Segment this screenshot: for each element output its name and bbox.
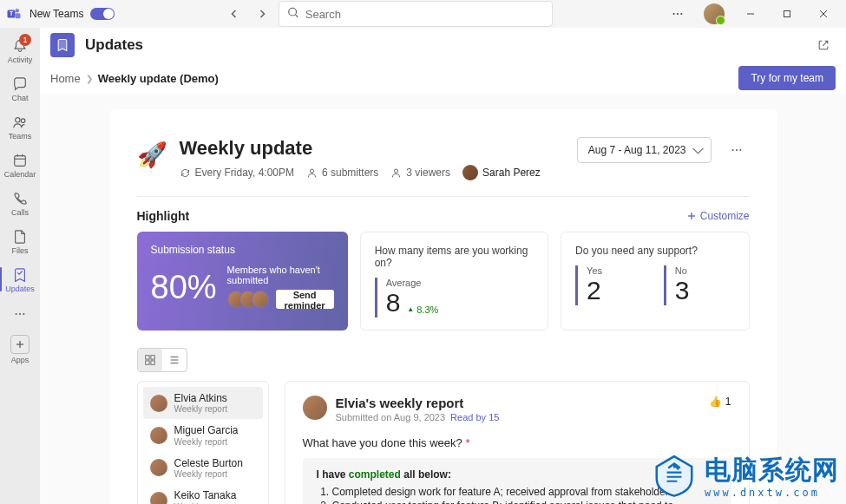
svg-point-21: [23, 313, 24, 315]
rail-chat[interactable]: Chat: [0, 69, 40, 108]
rail-files[interactable]: Files: [0, 222, 40, 260]
support-tile[interactable]: Do you need any support? Yes2 No3: [561, 232, 749, 331]
submitters-meta: 6 submitters: [306, 167, 378, 179]
answer-item: Completed design work for feature A; rec…: [332, 486, 718, 498]
svg-line-5: [295, 15, 298, 17]
updates-app-icon: [50, 33, 75, 57]
phone-icon: [11, 190, 29, 207]
title-bar: T New Teams: [0, 0, 846, 28]
rail-activity[interactable]: 1 Activity: [0, 31, 40, 69]
list-name: Elvia Atkins: [174, 392, 228, 404]
list-name: Celeste Burton: [174, 457, 243, 469]
breadcrumb-home[interactable]: Home: [50, 72, 81, 85]
viewers-meta: 3 viewers: [390, 167, 450, 179]
grid-view-icon[interactable]: [138, 349, 162, 371]
app-rail: 1 Activity Chat Teams Calendar Calls Fil…: [0, 28, 40, 504]
submission-percent: 80%: [151, 271, 217, 304]
list-name: Keiko Tanaka: [174, 489, 237, 501]
report-list-item[interactable]: Celeste BurtonWeekly report: [143, 452, 263, 484]
avg-delta: 8.3%: [407, 304, 438, 315]
close-icon[interactable]: [806, 0, 841, 28]
svg-point-28: [739, 149, 741, 151]
teams-logo-icon: T: [5, 5, 23, 23]
list-sub: Weekly report: [174, 437, 239, 447]
svg-point-26: [731, 149, 733, 151]
nav-back-icon[interactable]: [223, 3, 246, 25]
rail-apps[interactable]: [10, 335, 30, 354]
svg-point-6: [673, 13, 675, 15]
read-by-link[interactable]: Read by 15: [450, 412, 499, 422]
customize-link[interactable]: Customize: [686, 210, 750, 222]
svg-point-8: [680, 13, 682, 15]
reports-section: Elvia AtkinsWeekly reportMiguel GarciaWe…: [137, 381, 750, 504]
rail-calls[interactable]: Calls: [0, 184, 40, 222]
app-name: New Teams: [30, 8, 83, 20]
rail-label: Teams: [9, 132, 32, 141]
svg-point-27: [735, 149, 737, 151]
search-icon: [287, 7, 299, 22]
view-toggle: [137, 348, 187, 372]
yes-label: Yes: [587, 265, 646, 276]
send-reminder-button[interactable]: Send reminder: [276, 290, 334, 309]
svg-point-25: [395, 169, 398, 173]
submission-tile[interactable]: Submission status 80% Members who haven'…: [137, 232, 348, 331]
list-view-icon[interactable]: [162, 349, 187, 371]
page-more-icon[interactable]: [724, 137, 750, 163]
reaction[interactable]: 👍1: [709, 396, 731, 408]
try-for-team-button[interactable]: Try for my team: [738, 66, 836, 90]
svg-rect-15: [15, 155, 26, 166]
question-1: What have you done this week? *: [303, 436, 731, 449]
svg-point-14: [21, 118, 25, 122]
eye-icon: [390, 167, 402, 179]
support-question: Do you need any support?: [575, 245, 734, 257]
no-value: 3: [675, 276, 735, 305]
report-list-item[interactable]: Elvia AtkinsWeekly report: [143, 387, 263, 419]
report-avatar: [303, 396, 327, 420]
content-card: 🚀 Weekly update Every Friday, 4:00PM 6 s…: [109, 109, 777, 504]
svg-rect-34: [150, 361, 154, 364]
chat-icon: [11, 75, 29, 93]
report-list-item[interactable]: Keiko TanakaWeekly report: [143, 484, 263, 504]
breadcrumb-row: Home ❯ Weekly update (Demo) Try for my t…: [40, 62, 846, 94]
content-canvas: 🚀 Weekly update Every Friday, 4:00PM 6 s…: [40, 94, 846, 504]
svg-point-13: [16, 117, 20, 121]
rail-calendar[interactable]: Calendar: [0, 146, 40, 184]
maximize-icon[interactable]: [770, 0, 804, 28]
rail-updates[interactable]: Updates: [0, 260, 40, 298]
highlight-header: Highlight Customize: [137, 197, 750, 232]
rail-more-icon[interactable]: [0, 298, 40, 330]
rail-label: Updates: [5, 285, 35, 293]
app-title: Updates: [85, 36, 801, 54]
rail-label: Calls: [11, 208, 29, 217]
report-detail: Elvia's weekly report Submitted on Aug 9…: [285, 381, 750, 504]
rail-teams[interactable]: Teams: [0, 108, 40, 146]
more-icon[interactable]: [660, 0, 695, 28]
repeat-icon: [180, 167, 191, 179]
list-name: Miguel Garcia: [174, 424, 239, 436]
answer-1: I have completed all below: Completed de…: [303, 458, 731, 504]
search-input[interactable]: [279, 1, 553, 27]
report-list-item[interactable]: Miguel GarciaWeekly report: [143, 419, 263, 451]
svg-point-19: [16, 313, 17, 315]
svg-point-4: [288, 8, 296, 16]
svg-rect-10: [784, 11, 790, 17]
thumbs-up-icon: 👍: [709, 396, 722, 408]
avg-value: 8: [386, 288, 401, 317]
owner-avatar: [462, 165, 478, 180]
avg-label: Average: [386, 278, 534, 288]
title-bar-right: [660, 0, 841, 28]
new-teams-toggle[interactable]: [90, 8, 115, 20]
profile-avatar[interactable]: [697, 0, 731, 28]
highlight-title: Highlight: [137, 209, 190, 223]
svg-rect-32: [150, 356, 154, 359]
submission-subtitle: Members who haven't submitted: [227, 265, 334, 285]
page-header: 🚀 Weekly update Every Friday, 4:00PM 6 s…: [137, 137, 750, 197]
page-meta: Every Friday, 4:00PM 6 submitters 3 view…: [180, 165, 565, 180]
nav-forward-icon[interactable]: [251, 3, 273, 25]
popout-icon[interactable]: [811, 33, 836, 57]
list-avatar: [150, 459, 167, 476]
average-tile[interactable]: How many items are you working on? Avera…: [360, 232, 548, 331]
minimize-icon[interactable]: [733, 0, 768, 28]
rail-label: Calendar: [4, 170, 36, 179]
date-range-select[interactable]: Aug 7 - Aug 11, 2023: [577, 137, 712, 163]
